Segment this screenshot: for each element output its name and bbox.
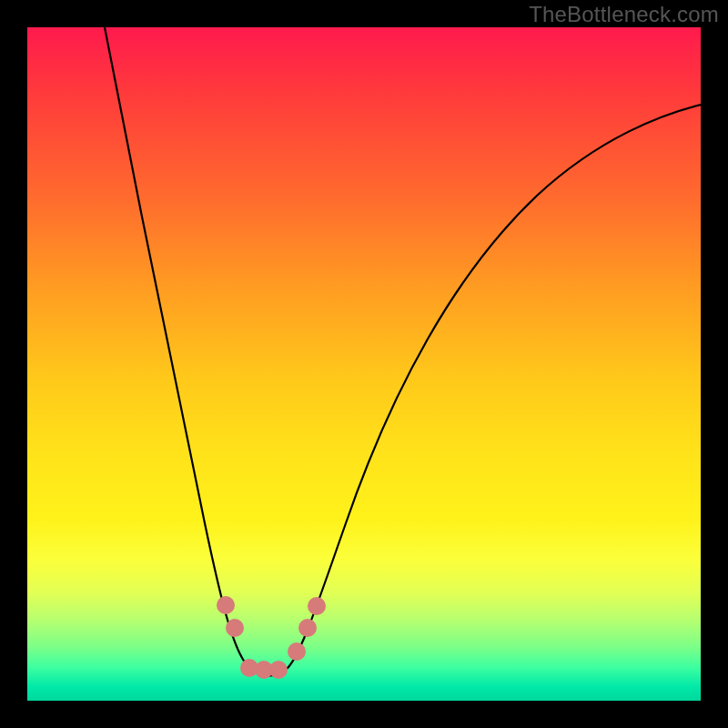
marker-dot: [288, 642, 306, 661]
marker-dot: [226, 619, 244, 637]
marker-dot: [308, 597, 326, 615]
watermark-text: TheBottleneck.com: [529, 2, 719, 27]
marker-dot: [298, 619, 317, 637]
curve-svg: [27, 27, 701, 701]
marker-dot: [269, 661, 288, 679]
bottleneck-chart: [27, 27, 701, 701]
bottleneck-curve-path: [105, 27, 701, 676]
marker-dot: [217, 596, 235, 614]
